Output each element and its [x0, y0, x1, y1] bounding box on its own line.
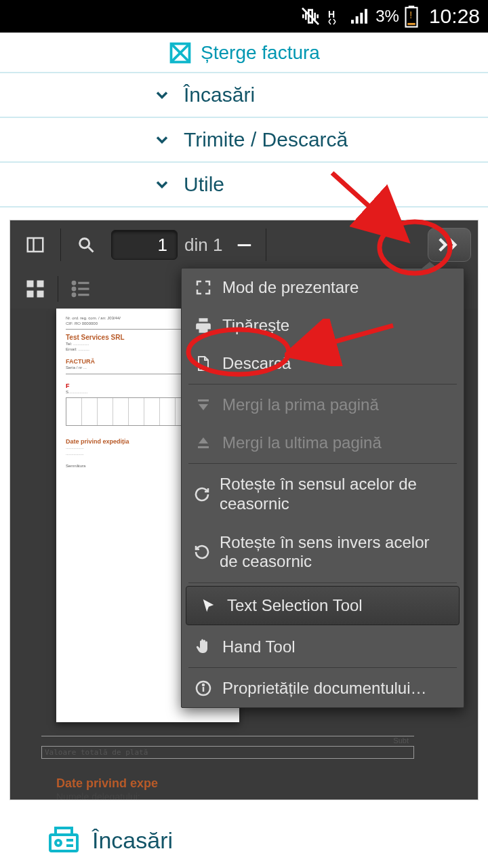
info-icon — [194, 679, 213, 698]
svg-rect-14 — [27, 291, 34, 298]
delete-invoice-label: Șterge factura — [201, 42, 320, 64]
more-menu-button[interactable] — [428, 228, 471, 262]
payment-icon — [47, 824, 80, 856]
svg-rect-12 — [27, 281, 34, 288]
menu-divider — [188, 384, 457, 384]
chevron-down-icon — [152, 85, 171, 104]
delete-box-icon — [168, 41, 192, 65]
rotate-cw-icon — [194, 485, 210, 504]
accordion-label: Utile — [184, 173, 224, 196]
battery-percentage: 3% — [375, 7, 399, 26]
svg-point-18 — [73, 288, 75, 290]
data-hspa-icon: H — [327, 5, 343, 27]
menu-rotate-ccw[interactable]: Rotește în sens invers acelor de ceasorn… — [182, 524, 464, 582]
svg-rect-3 — [407, 23, 415, 25]
print-icon — [194, 316, 213, 335]
clock: 10:28 — [429, 5, 480, 28]
outline-view-button[interactable] — [62, 273, 99, 305]
last-page-icon — [194, 433, 213, 452]
thumbnail-view-button[interactable] — [17, 273, 54, 305]
doc-row: Numele delegatului: — [56, 791, 273, 800]
menu-label: Proprietățile documentului… — [222, 679, 427, 698]
menu-label: Rotește în sensul acelor de ceasornic — [220, 475, 451, 514]
svg-point-26 — [203, 684, 204, 686]
svg-rect-13 — [37, 281, 44, 288]
menu-divider — [188, 583, 457, 583]
bottom-incasari-row[interactable]: Încasări — [0, 812, 488, 868]
svg-rect-23 — [198, 446, 209, 448]
fullscreen-icon — [194, 278, 213, 297]
menu-rotate-cw[interactable]: Rotește în sensul acelor de ceasornic — [182, 465, 464, 524]
hand-icon — [194, 637, 213, 656]
svg-point-33 — [56, 840, 61, 846]
menu-last-page: Mergi la ultima pagină — [182, 424, 464, 462]
page-navigator: din 1 — [111, 230, 222, 260]
svg-rect-22 — [198, 399, 209, 401]
toolbar-separator — [266, 229, 266, 261]
svg-line-11 — [89, 248, 94, 252]
menu-properties[interactable]: Proprietățile documentului… — [182, 669, 464, 707]
svg-point-10 — [80, 239, 89, 248]
sidebar-toggle-button[interactable] — [17, 226, 54, 263]
bottom-incasari-label: Încasări — [92, 827, 173, 854]
zoom-out-button[interactable]: − — [229, 230, 259, 260]
delete-invoice-button[interactable]: Șterge factura — [0, 33, 488, 73]
svg-point-20 — [73, 294, 75, 296]
menu-label: Mergi la prima pagină — [222, 395, 379, 414]
menu-label: Mergi la ultima pagină — [222, 433, 382, 452]
chevron-down-icon — [152, 175, 171, 194]
menu-label: Descarcă — [222, 354, 291, 373]
svg-text:!: ! — [409, 9, 412, 20]
menu-divider — [188, 667, 457, 668]
menu-label: Tipărește — [222, 316, 289, 335]
menu-label: Rotește în sens invers acelor de ceasorn… — [220, 533, 451, 572]
menu-presentation-mode[interactable]: Mod de prezentare — [182, 269, 464, 307]
menu-label: Mod de prezentare — [222, 278, 359, 297]
accordion-label: Trimite / Descarcă — [184, 128, 348, 151]
chevron-down-icon — [152, 130, 171, 149]
menu-hand-tool[interactable]: Hand Tool — [182, 628, 464, 666]
pdf-toolbar: din 1 − — [10, 220, 478, 269]
menu-download[interactable]: Descarcă — [182, 344, 464, 382]
toolbar-separator — [58, 276, 58, 302]
doc-subt: Subt — [41, 736, 414, 745]
page-number-input[interactable] — [111, 230, 178, 260]
accordion-incasari[interactable]: Încasări — [0, 72, 488, 118]
status-bar: H 3% ! 10:28 — [0, 0, 488, 33]
accordion-label: Încasări — [184, 83, 255, 106]
svg-rect-15 — [37, 291, 44, 298]
download-icon — [194, 354, 213, 373]
first-page-icon — [194, 395, 213, 414]
svg-text:H: H — [328, 9, 335, 20]
svg-point-16 — [73, 281, 75, 284]
doc-valoare: Valoare totală de plată — [41, 746, 414, 759]
menu-text-selection-tool[interactable]: Text Selection Tool — [186, 586, 460, 625]
accordion-trimite[interactable]: Trimite / Descarcă — [0, 117, 488, 163]
cursor-icon — [199, 596, 218, 615]
menu-divider — [188, 463, 457, 464]
menu-print[interactable]: Tipărește — [182, 307, 464, 344]
rotate-ccw-icon — [194, 542, 210, 561]
battery-low-icon: ! — [405, 5, 418, 28]
menu-label: Text Selection Tool — [227, 596, 363, 615]
search-button[interactable] — [68, 226, 104, 263]
menu-label: Hand Tool — [222, 637, 296, 656]
signal-icon — [348, 5, 370, 27]
svg-rect-2 — [409, 5, 415, 7]
chevron-double-right-icon — [438, 237, 461, 253]
menu-first-page: Mergi la prima pagină — [182, 386, 464, 424]
page-total-label: din 1 — [184, 235, 222, 256]
svg-rect-8 — [28, 238, 43, 252]
doc-exped-title: Date privind expe — [56, 776, 273, 791]
accordion-utile[interactable]: Utile — [0, 161, 488, 208]
pdf-more-menu: Mod de prezentare Tipărește Descarcă Mer… — [181, 268, 464, 708]
svg-rect-32 — [56, 828, 72, 835]
vibrate-off-icon — [300, 5, 321, 27]
toolbar-separator — [60, 229, 61, 261]
